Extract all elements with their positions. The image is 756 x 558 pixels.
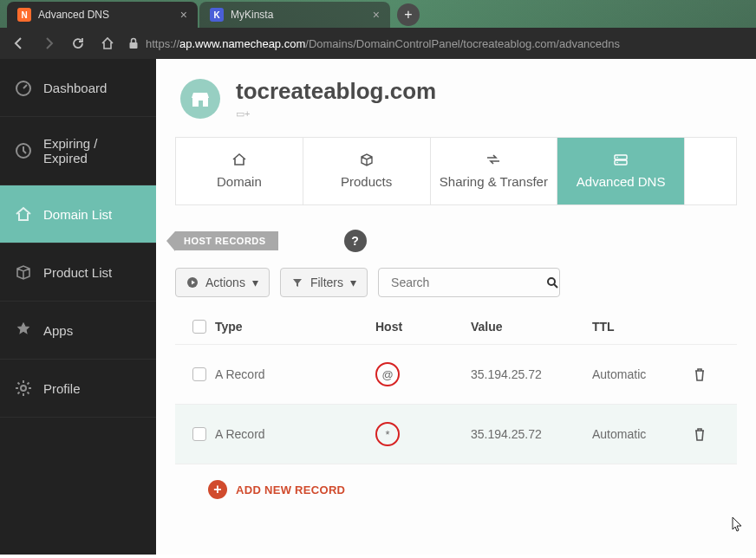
app: Dashboard Expiring / Expired Domain List… bbox=[0, 59, 756, 555]
tab-products[interactable]: Products bbox=[303, 138, 430, 204]
browser-tab-1[interactable]: K MyKinsta × bbox=[199, 2, 390, 28]
svg-point-9 bbox=[616, 162, 618, 164]
header-ttl[interactable]: TTL bbox=[592, 320, 694, 334]
sidebar: Dashboard Expiring / Expired Domain List… bbox=[0, 59, 156, 555]
sidebar-item-expiring[interactable]: Expiring / Expired bbox=[0, 117, 156, 185]
cell-value[interactable]: 35.194.25.72 bbox=[471, 367, 592, 381]
tab-label: Domain bbox=[217, 174, 262, 189]
funnel-icon bbox=[291, 276, 303, 289]
tab-label: Products bbox=[341, 174, 392, 189]
sidebar-item-label: Profile bbox=[43, 381, 81, 396]
cell-host[interactable]: * bbox=[375, 422, 400, 446]
url-field[interactable]: https://ap.www.namecheap.com/Domains/Dom… bbox=[128, 37, 746, 50]
records-table: Type Host Value TTL A Record @ 35.194.25… bbox=[175, 309, 737, 464]
house-icon bbox=[183, 152, 296, 167]
table-header: Type Host Value TTL bbox=[175, 309, 737, 345]
search-input[interactable] bbox=[388, 269, 546, 296]
tab-sharing[interactable]: Sharing & Transfer bbox=[430, 138, 557, 204]
favicon-mykinsta: K bbox=[210, 8, 224, 22]
table-row[interactable]: A Record * 35.194.25.72 Automatic bbox=[175, 405, 737, 464]
tab-label: MyKinsta bbox=[231, 9, 273, 21]
sidebar-item-profile[interactable]: Profile bbox=[0, 360, 156, 418]
plus-icon: + bbox=[208, 480, 227, 499]
cell-ttl[interactable]: Automatic bbox=[592, 427, 694, 441]
svg-rect-0 bbox=[130, 42, 138, 49]
browser-chrome: N Advanced DNS × K MyKinsta × + ht bbox=[0, 0, 756, 59]
clock-icon bbox=[14, 141, 33, 160]
favicon-namecheap: N bbox=[17, 8, 31, 22]
header-type[interactable]: Type bbox=[215, 320, 375, 334]
svg-rect-7 bbox=[615, 160, 627, 165]
cell-ttl[interactable]: Automatic bbox=[592, 367, 694, 381]
add-record-label: ADD NEW RECORD bbox=[236, 483, 345, 496]
play-icon bbox=[186, 276, 199, 289]
box-icon bbox=[310, 152, 423, 167]
select-all-checkbox[interactable] bbox=[192, 320, 206, 334]
actions-button[interactable]: Actions ▾ bbox=[175, 268, 270, 297]
sidebar-item-label: Expiring / Expired bbox=[43, 136, 142, 165]
cell-value[interactable]: 35.194.25.72 bbox=[471, 427, 592, 441]
domain-subicons: ▭+ bbox=[236, 108, 436, 120]
button-label: Filters bbox=[310, 276, 343, 289]
cursor-icon bbox=[732, 516, 744, 532]
tab-advanced-dns[interactable]: Advanced DNS bbox=[557, 138, 684, 204]
tab-bar: N Advanced DNS × K MyKinsta × + bbox=[0, 0, 756, 28]
svg-point-11 bbox=[548, 278, 555, 285]
tab-label: Advanced DNS bbox=[38, 9, 109, 21]
house-icon bbox=[14, 204, 33, 224]
table-row[interactable]: A Record @ 35.194.25.72 Automatic bbox=[175, 345, 737, 405]
sidebar-item-domain-list[interactable]: Domain List bbox=[0, 185, 156, 243]
home-icon[interactable] bbox=[99, 35, 116, 52]
search-icon[interactable] bbox=[546, 276, 558, 289]
trash-icon[interactable] bbox=[694, 367, 728, 381]
forward-icon[interactable] bbox=[40, 35, 57, 52]
controls: Actions ▾ Filters ▾ bbox=[175, 268, 737, 297]
section-bar: HOST RECORDS ? bbox=[175, 230, 737, 252]
trash-icon[interactable] bbox=[694, 427, 728, 441]
gauge-icon bbox=[14, 78, 33, 97]
box-icon bbox=[14, 263, 33, 282]
server-icon bbox=[564, 152, 677, 167]
sidebar-item-apps[interactable]: Apps bbox=[0, 302, 156, 360]
row-checkbox[interactable] bbox=[192, 427, 206, 441]
cell-type: A Record bbox=[215, 367, 375, 381]
svg-rect-5 bbox=[199, 101, 203, 107]
header-host[interactable]: Host bbox=[375, 320, 471, 334]
cell-type: A Record bbox=[215, 427, 375, 441]
tab-blank bbox=[684, 138, 736, 204]
chevron-down-icon: ▾ bbox=[350, 276, 356, 289]
sidebar-item-dashboard[interactable]: Dashboard bbox=[0, 59, 156, 117]
help-icon[interactable]: ? bbox=[344, 230, 367, 252]
sidebar-item-label: Domain List bbox=[43, 207, 112, 222]
sidebar-item-label: Product List bbox=[43, 265, 112, 280]
browser-tab-0[interactable]: N Advanced DNS × bbox=[7, 2, 198, 28]
search-box[interactable] bbox=[378, 268, 560, 297]
domain-title: tocreateablog.com bbox=[236, 78, 436, 105]
content: tocreateablog.com ▭+ Domain Products Sha… bbox=[156, 59, 756, 555]
domain-header: tocreateablog.com ▭+ bbox=[156, 59, 756, 128]
new-tab-button[interactable]: + bbox=[397, 3, 420, 26]
add-record-button[interactable]: + ADD NEW RECORD bbox=[208, 480, 737, 499]
row-checkbox[interactable] bbox=[192, 367, 206, 381]
close-icon[interactable]: × bbox=[373, 8, 380, 22]
domain-tabs: Domain Products Sharing & Transfer Advan… bbox=[175, 137, 737, 205]
tab-domain[interactable]: Domain bbox=[175, 138, 303, 204]
store-icon bbox=[180, 79, 220, 119]
filters-button[interactable]: Filters ▾ bbox=[280, 268, 368, 297]
reload-icon[interactable] bbox=[69, 35, 87, 52]
tab-label: Sharing & Transfer bbox=[440, 174, 548, 189]
url-bar: https://ap.www.namecheap.com/Domains/Dom… bbox=[0, 28, 756, 59]
sidebar-item-product-list[interactable]: Product List bbox=[0, 243, 156, 302]
url-text: https://ap.www.namecheap.com/Domains/Dom… bbox=[146, 37, 620, 50]
cell-host[interactable]: @ bbox=[375, 362, 400, 386]
header-value[interactable]: Value bbox=[471, 320, 592, 334]
svg-rect-6 bbox=[615, 155, 627, 159]
gear-icon bbox=[14, 379, 33, 398]
section-ribbon: HOST RECORDS bbox=[175, 231, 278, 250]
svg-point-8 bbox=[616, 157, 618, 159]
transfer-icon bbox=[438, 152, 551, 167]
lock-icon bbox=[128, 37, 139, 49]
close-icon[interactable]: × bbox=[180, 8, 187, 22]
back-icon[interactable] bbox=[10, 35, 28, 52]
apps-icon bbox=[14, 321, 33, 340]
